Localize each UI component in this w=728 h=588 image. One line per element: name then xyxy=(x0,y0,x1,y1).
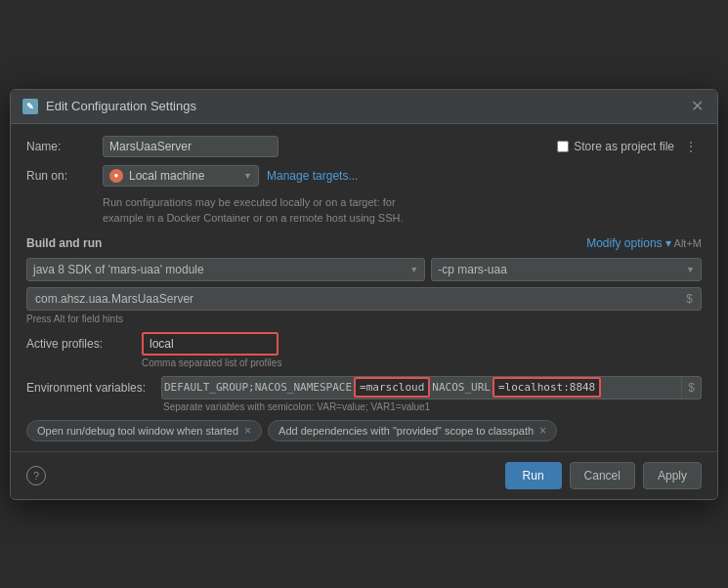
title-bar-left: ✎ Edit Configuration Settings xyxy=(22,99,196,114)
tag-run-debug-remove-icon[interactable]: × xyxy=(244,424,251,438)
name-row: Name: Store as project file ⋮ xyxy=(26,136,702,157)
profiles-input[interactable] xyxy=(142,332,278,356)
run-on-row: Run on: ● Local machine ▼ Manage targets… xyxy=(26,165,702,187)
local-machine-icon: ● xyxy=(109,169,123,183)
footer: ? Run Cancel Apply xyxy=(11,452,717,499)
env-highlighted-2: =localhost:8848 xyxy=(492,377,601,398)
cp-select[interactable]: -cp mars-uaa ▼ xyxy=(431,258,702,281)
sdk-label: java 8 SDK of 'mars-uaa' module xyxy=(33,263,204,276)
env-line: DEFAULT_GROUP;NACOS_NAMESPACE =marscloud… xyxy=(162,377,681,398)
more-options-button[interactable]: ⋮ xyxy=(680,139,702,154)
cp-label: -cp mars-uaa xyxy=(438,263,507,276)
run-on-label: Run on: xyxy=(26,169,95,183)
modify-options-label: Modify options xyxy=(586,236,662,250)
run-button[interactable]: Run xyxy=(505,462,562,489)
env-dollar-icon: $ xyxy=(681,377,701,399)
title-bar: ✎ Edit Configuration Settings ✕ xyxy=(11,90,717,124)
dialog-icon: ✎ xyxy=(22,99,38,114)
store-project-text: Store as project file xyxy=(574,140,674,153)
tag-dependencies-label: Add dependencies with "provided" scope t… xyxy=(278,425,534,437)
footer-buttons: Run Cancel Apply xyxy=(505,462,702,489)
local-machine-text: Local machine xyxy=(129,169,204,183)
env-vars-label: Environment variables: xyxy=(26,381,153,395)
dialog-title: Edit Configuration Settings xyxy=(46,99,196,113)
sdk-chevron-icon: ▼ xyxy=(409,265,418,274)
field-hints-text: Press Alt for field hints xyxy=(26,314,702,324)
profiles-hint: Comma separated list of profiles xyxy=(142,357,702,368)
manage-targets-link[interactable]: Manage targets... xyxy=(267,169,358,183)
name-label: Name: xyxy=(26,140,95,153)
store-row: Store as project file ⋮ xyxy=(286,139,702,154)
profiles-label: Active profiles: xyxy=(26,337,134,351)
env-highlighted-1: =marscloud xyxy=(354,377,430,398)
main-class-input[interactable]: com.ahsz.uaa.MarsUaaServer $ xyxy=(26,287,702,311)
run-on-select[interactable]: ● Local machine ▼ xyxy=(103,165,259,187)
env-middle: NACOS_URL xyxy=(430,377,492,398)
sdk-row: java 8 SDK of 'mars-uaa' module ▼ -cp ma… xyxy=(26,258,702,281)
tag-run-debug-label: Open run/debug tool window when started xyxy=(37,425,238,437)
tag-row: Open run/debug tool window when started … xyxy=(26,420,702,441)
tag-run-debug[interactable]: Open run/debug tool window when started … xyxy=(26,420,262,441)
chevron-down-icon: ▼ xyxy=(243,171,252,181)
chevron-down-icon: ▾ xyxy=(665,236,671,250)
dialog-content: Name: Store as project file ⋮ Run on: ● … xyxy=(11,124,717,441)
tag-dependencies-remove-icon[interactable]: × xyxy=(539,424,546,438)
alt-shortcut: Alt+M xyxy=(674,237,702,249)
env-vars-value[interactable]: DEFAULT_GROUP;NACOS_NAMESPACE =marscloud… xyxy=(161,376,702,399)
profiles-row: Active profiles: xyxy=(26,332,702,356)
sdk-select[interactable]: java 8 SDK of 'mars-uaa' module ▼ xyxy=(26,258,425,281)
run-on-info: Run configurations may be executed local… xyxy=(103,194,702,227)
env-vars-hint: Separate variables with semicolon: VAR=v… xyxy=(163,401,702,412)
apply-button[interactable]: Apply xyxy=(643,462,702,489)
name-input[interactable] xyxy=(103,136,278,157)
env-prefix: DEFAULT_GROUP;NACOS_NAMESPACE xyxy=(162,377,354,398)
build-run-title: Build and run xyxy=(26,236,102,250)
profiles-input-wrapper xyxy=(142,332,702,356)
tag-dependencies[interactable]: Add dependencies with "provided" scope t… xyxy=(268,420,557,441)
main-class-value: com.ahsz.uaa.MarsUaaServer xyxy=(35,292,193,306)
main-class-dollar-icon: $ xyxy=(686,292,693,306)
footer-left: ? xyxy=(26,466,46,485)
modify-options-button[interactable]: Modify options ▾ Alt+M xyxy=(586,236,702,250)
cancel-button[interactable]: Cancel xyxy=(570,462,635,489)
store-project-label[interactable]: Store as project file xyxy=(557,140,674,153)
cp-chevron-icon: ▼ xyxy=(686,265,695,274)
store-project-checkbox[interactable] xyxy=(557,141,569,152)
help-button[interactable]: ? xyxy=(26,466,46,485)
edit-configuration-dialog: ✎ Edit Configuration Settings ✕ Name: St… xyxy=(10,89,718,500)
env-vars-row: Environment variables: DEFAULT_GROUP;NAC… xyxy=(26,376,702,399)
close-button[interactable]: ✕ xyxy=(688,98,706,115)
build-run-header: Build and run Modify options ▾ Alt+M xyxy=(26,236,702,250)
